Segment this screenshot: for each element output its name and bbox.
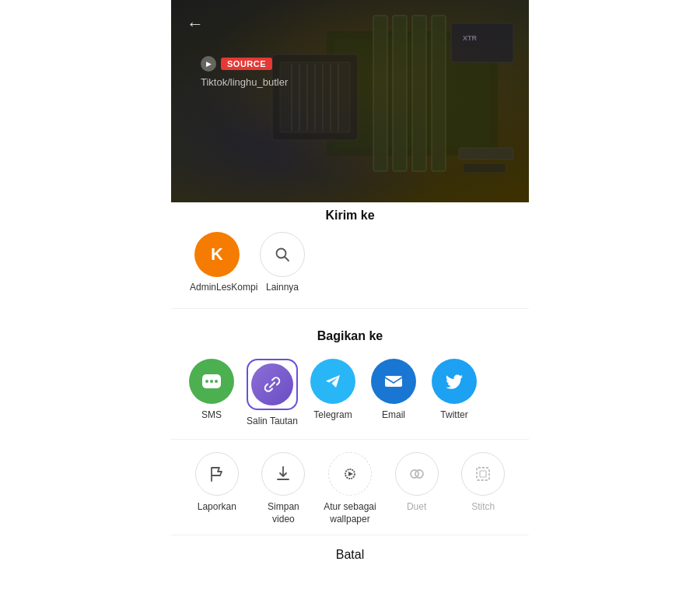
svg-rect-15	[451, 23, 513, 62]
telegram-icon	[321, 370, 345, 393]
search-icon-circle	[260, 232, 305, 277]
action-row: Laporkan Simpanvideo	[171, 449, 529, 528]
action-stitch[interactable]: Stitch	[452, 452, 514, 514]
avatar-admin: K	[194, 232, 240, 277]
duet-label: Duet	[407, 501, 426, 514]
telegram-label: Telegram	[313, 409, 352, 420]
action-simpan-video[interactable]: Simpanvideo	[252, 452, 314, 525]
svg-point-23	[210, 380, 213, 383]
divider-2	[171, 439, 529, 440]
share-row: SMS Salin Tautan	[171, 353, 529, 430]
video-area: XTR ← ▶ SOURCE Tiktok/linghu_butler	[171, 0, 529, 202]
source-label: SOURCE	[221, 58, 272, 70]
email-icon-circle	[371, 359, 416, 404]
share-section: Bagikan ke SMS	[171, 312, 529, 436]
twitter-icon-circle	[432, 359, 477, 404]
share-twitter[interactable]: Twitter	[426, 359, 482, 420]
svg-rect-17	[459, 148, 513, 160]
twitter-label: Twitter	[440, 409, 467, 420]
svg-rect-4	[412, 16, 426, 171]
share-sms[interactable]: SMS	[184, 359, 240, 420]
flag-icon	[208, 465, 226, 483]
share-telegram[interactable]: Telegram	[305, 359, 361, 420]
link-icon	[261, 374, 283, 395]
flag-icon-circle	[195, 452, 239, 496]
action-laporkan[interactable]: Laporkan	[186, 452, 248, 514]
svg-point-22	[205, 380, 208, 383]
svg-rect-30	[477, 468, 489, 480]
bagikan-ke-title: Bagikan ke	[171, 315, 529, 353]
bottom-sheet: Kirim ke K AdminLesKompi Lainnya Ba	[171, 195, 529, 607]
laporkan-label: Laporkan	[198, 501, 236, 514]
action-duet[interactable]: Duet	[386, 452, 448, 514]
contact-lainnya[interactable]: Lainnya	[260, 232, 305, 293]
contact-admin[interactable]: K AdminLesKompi	[190, 232, 244, 293]
email-icon	[382, 370, 405, 393]
play-icon: ▶	[201, 56, 216, 72]
contact-admin-name: AdminLesKompi	[190, 282, 244, 293]
contacts-row: K AdminLesKompi Lainnya	[171, 232, 529, 305]
svg-line-20	[285, 258, 289, 261]
svg-point-19	[277, 249, 286, 258]
twitter-icon	[443, 370, 466, 393]
back-button[interactable]: ←	[187, 14, 204, 34]
source-badge: ▶ SOURCE	[201, 56, 272, 72]
svg-rect-18	[463, 163, 506, 173]
svg-rect-31	[480, 471, 486, 477]
svg-rect-2	[373, 16, 387, 171]
salin-icon-circle	[251, 363, 293, 405]
duet-icon-circle	[395, 452, 439, 496]
wallpaper-label: Atur sebagaiwallpaper	[324, 501, 376, 525]
divider-1	[171, 308, 529, 309]
tiktok-handle: Tiktok/linghu_butler	[201, 76, 288, 88]
sms-icon	[200, 370, 223, 393]
download-icon	[274, 465, 292, 483]
cancel-section[interactable]: Batal	[171, 539, 529, 574]
share-email[interactable]: Email	[366, 359, 422, 420]
share-salin-tautan[interactable]: Salin Tautan	[244, 359, 300, 426]
svg-point-29	[415, 470, 423, 478]
sms-label: SMS	[201, 409, 222, 420]
stitch-label: Stitch	[471, 501, 495, 514]
divider-3	[171, 535, 529, 535]
stitch-icon-circle	[461, 452, 505, 496]
download-icon-circle	[261, 452, 305, 496]
wallpaper-icon	[341, 465, 359, 483]
action-wallpaper[interactable]: Atur sebagaiwallpaper	[319, 452, 381, 525]
wallpaper-icon-circle	[328, 452, 372, 496]
duet-icon	[408, 465, 426, 483]
svg-rect-5	[432, 16, 446, 171]
svg-rect-3	[393, 16, 407, 171]
salin-selected-border	[247, 359, 298, 410]
svg-text:XTR: XTR	[463, 34, 478, 42]
contact-lainnya-name: Lainnya	[266, 282, 299, 293]
simpan-video-label: Simpanvideo	[268, 501, 299, 525]
svg-marker-27	[348, 472, 353, 476]
stitch-icon	[474, 465, 492, 483]
salin-label: Salin Tautan	[247, 416, 298, 426]
search-icon	[273, 245, 292, 264]
action-section: Laporkan Simpanvideo	[171, 443, 529, 532]
svg-point-24	[215, 380, 218, 383]
svg-rect-25	[385, 376, 402, 387]
email-label: Email	[382, 409, 405, 420]
telegram-icon-circle	[310, 359, 355, 404]
sms-icon-circle	[189, 359, 234, 404]
cancel-label: Batal	[336, 548, 364, 561]
